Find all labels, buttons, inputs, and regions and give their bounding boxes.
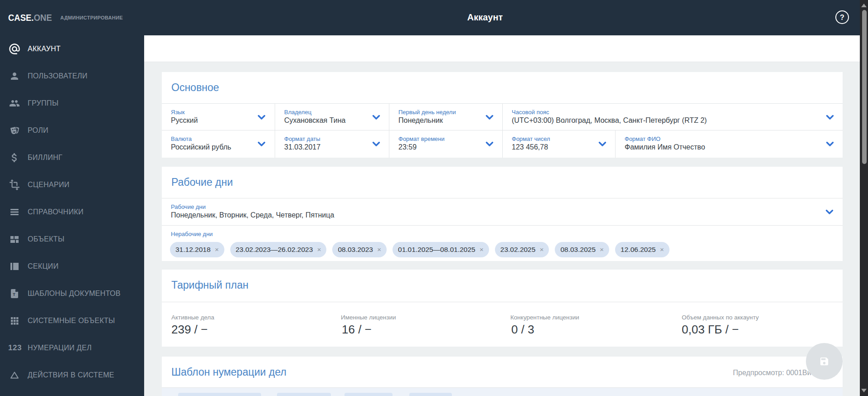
svg-text:T: T xyxy=(13,292,15,297)
